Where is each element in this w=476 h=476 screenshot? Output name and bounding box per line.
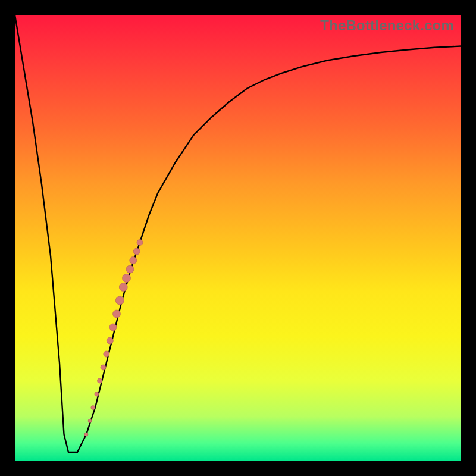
chart-svg	[15, 15, 461, 461]
data-dot	[130, 257, 137, 264]
data-dot	[91, 406, 95, 410]
data-dot	[98, 378, 102, 383]
data-dot	[107, 337, 113, 344]
bottleneck-curve	[15, 15, 461, 452]
plot-area: TheBottleneck.com	[15, 15, 461, 461]
data-dot	[104, 351, 109, 357]
data-dot	[115, 296, 124, 305]
data-dot	[109, 324, 117, 331]
data-dot	[113, 310, 121, 318]
data-dot	[123, 274, 131, 283]
dot-cluster	[84, 240, 143, 437]
data-dot	[101, 365, 106, 370]
data-dot	[126, 265, 134, 273]
data-dot	[133, 248, 140, 255]
data-dot	[88, 419, 92, 423]
data-dot	[84, 433, 88, 436]
data-dot	[95, 392, 99, 396]
chart-frame: TheBottleneck.com	[0, 0, 476, 476]
data-dot	[137, 240, 143, 246]
data-dot	[119, 283, 127, 292]
